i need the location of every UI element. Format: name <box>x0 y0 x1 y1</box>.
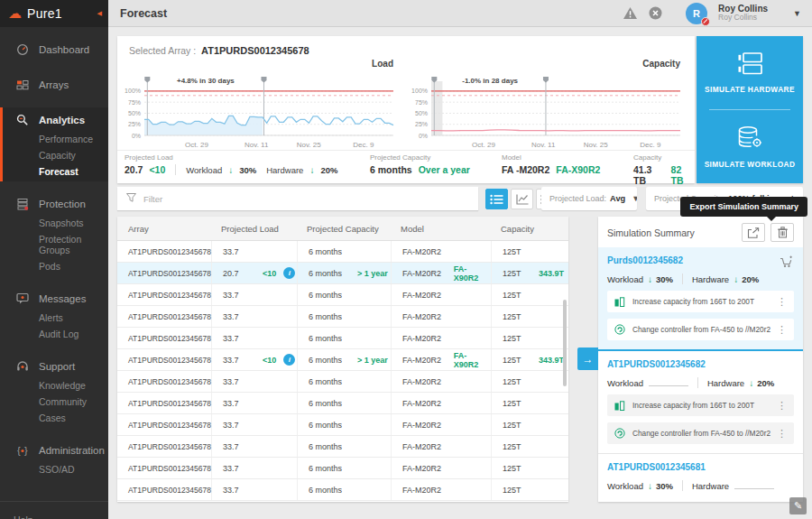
user-names: Roy Collins Roy Collins <box>718 4 768 23</box>
collapse-icon[interactable]: ◀ <box>97 10 102 17</box>
export-button[interactable] <box>742 223 765 242</box>
capacity-chart: Capacity 0%25%50%75%100%-1.0% in 28 days… <box>404 56 691 158</box>
column-header-capacity[interactable]: Capacity <box>490 217 568 240</box>
dismiss-icon[interactable] <box>649 6 662 20</box>
table-row[interactable]: AT1PURDS001234567833.76 monthsFA-M20R212… <box>117 436 568 458</box>
svg-text:100%: 100% <box>125 88 141 94</box>
model-current: FA -M20R2 <box>502 164 549 175</box>
export-icon <box>747 227 760 238</box>
table-row[interactable]: AT1PURDS001234567833.76 monthsFA-M20R212… <box>117 284 568 306</box>
sidebar-item-protection-groups[interactable]: Protection Groups <box>3 231 108 258</box>
summary-array-link[interactable]: AT1PURDS0012345681 <box>607 462 794 472</box>
cell-capacity: 125T <box>492 414 568 435</box>
column-header-projected-load[interactable]: Projected Load <box>210 217 296 240</box>
summary-title: Simulation Summary <box>607 227 736 238</box>
table-body: AT1PURDS001234567833.76 monthsFA-M20R212… <box>117 241 568 501</box>
sidebar-item-alerts[interactable]: Alerts <box>3 310 108 326</box>
column-header-projected-capacity[interactable]: Projected Capacity <box>296 217 390 240</box>
sidebar-item-community[interactable]: Community <box>3 394 108 410</box>
arrow-down-icon: ↓ <box>648 274 652 284</box>
column-header-array[interactable]: Array <box>117 217 210 240</box>
svg-text:+4.8% in 30 days: +4.8% in 30 days <box>177 77 235 85</box>
info-icon[interactable]: i <box>283 354 295 366</box>
sidebar-section-administration: {}AdministrationSSO/AD <box>0 438 108 479</box>
kebab-menu-icon[interactable]: ⋮ <box>777 324 787 336</box>
table-row[interactable]: AT1PURDS001234567833.76 monthsFA-M20R212… <box>117 458 568 479</box>
expand-summary-button[interactable]: → <box>577 348 598 370</box>
sidebar-item-dashboard[interactable]: Dashboard <box>3 39 108 60</box>
summary-array-link[interactable]: AT1PURDS0012345682 <box>607 359 794 369</box>
sidebar-item-performance[interactable]: Performance <box>3 131 108 147</box>
svg-text:Nov. 11: Nov. 11 <box>531 141 556 149</box>
chart-view-toggle[interactable] <box>511 189 533 209</box>
cell-array: AT1PURDS0012345678 <box>117 263 212 283</box>
stat-projected-capacity: Projected Capacity 6 months Over a year <box>370 153 470 175</box>
sidebar-item-help[interactable]: Help <box>0 501 108 519</box>
sidebar-item-capacity[interactable]: Capacity <box>3 147 108 163</box>
table-row[interactable]: AT1PURDS001234567833.76 monthsFA-M20R212… <box>117 241 568 263</box>
cell-projected-capacity: 6 months <box>298 306 392 327</box>
simulation-action[interactable]: Change controller from FA-450 to //M20r2… <box>607 422 794 444</box>
table-row[interactable]: AT1PURDS001234567833.76 monthsFA-M20R212… <box>117 414 568 436</box>
table-row[interactable]: AT1PURDS001234567833.7<10i6 months> 1 ye… <box>117 349 568 371</box>
cell-projected-capacity: 6 months <box>298 328 392 348</box>
page-title: Forecast <box>120 7 167 20</box>
sidebar-item-protection[interactable]: Protection <box>3 193 108 215</box>
table-scrollbar[interactable] <box>563 300 567 386</box>
sidebar-nav: DashboardArraysAnalyticsPerformanceCapac… <box>0 37 108 479</box>
simulation-action[interactable]: Increase capacity from 166T to 200T⋮ <box>607 291 794 312</box>
pencil-grip-icon[interactable]: ✎ <box>789 497 807 514</box>
sidebar-item-snapshots[interactable]: Snapshots <box>3 215 108 231</box>
cell-projected-capacity: 6 months <box>298 479 392 500</box>
summary-card: Purds0012345682Workload↓30%Hardware↓20%I… <box>598 247 803 351</box>
sidebar-item-audit-log[interactable]: Audit Log <box>3 326 108 342</box>
svg-text:{: { <box>17 445 21 456</box>
column-header-model[interactable]: Model <box>390 217 490 240</box>
cell-model: FA-M20R2 <box>392 393 492 413</box>
stat-capacity: Capacity 41.3 TB 82 TB <box>633 153 695 186</box>
table-row[interactable]: AT1PURDS001234567833.76 monthsFA-M20R212… <box>117 479 568 501</box>
capacity-chart-svg[interactable]: 0%25%50%75%100%-1.0% in 28 daysOct. 29No… <box>404 70 691 154</box>
delete-button[interactable] <box>770 223 794 242</box>
sidebar-item-arrays[interactable]: Arrays <box>3 74 108 96</box>
sidebar-item-pods[interactable]: Pods <box>3 258 108 274</box>
filter-input[interactable] <box>143 194 478 204</box>
sidebar-item-sso-ad[interactable]: SSO/AD <box>3 461 108 477</box>
cell-projected-capacity: 6 months <box>298 393 392 413</box>
kebab-menu-icon[interactable]: ⋮ <box>777 296 787 308</box>
avatar[interactable]: R <box>686 3 707 24</box>
chevron-down-icon[interactable]: ▼ <box>793 9 801 18</box>
cell-capacity: 125T <box>492 458 568 478</box>
cart-icon[interactable] <box>780 255 794 272</box>
stat-model: Model FA -M20R2 FA-X90R2 <box>502 153 600 175</box>
sidebar-item-forecast[interactable]: Forecast <box>3 163 108 180</box>
capacity-simulated: 82 TB <box>671 164 695 186</box>
sidebar-item-analytics[interactable]: Analytics <box>3 109 108 131</box>
simulate-workload-button[interactable]: SIMULATE WORKLOAD <box>697 110 803 183</box>
kebab-menu-icon[interactable]: ⋮ <box>777 428 787 440</box>
kebab-menu-icon[interactable]: ⋮ <box>777 400 787 412</box>
summary-array-link[interactable]: Purds0012345682 <box>607 255 794 265</box>
table-row[interactable]: AT1PURDS001234567833.76 monthsFA-M20R212… <box>117 393 568 414</box>
table-row[interactable]: AT1PURDS001234567833.76 monthsFA-M20R212… <box>117 306 568 328</box>
sidebar-item-support[interactable]: Support <box>3 356 108 377</box>
sidebar-item-administration[interactable]: {}Administration <box>3 440 108 461</box>
sidebar-item-messages[interactable]: Messages <box>3 288 108 310</box>
list-view-toggle[interactable] <box>485 189 508 209</box>
svg-text:Nov. 11: Nov. 11 <box>245 141 269 149</box>
simulation-action[interactable]: Increase capacity from 166T to 200T⋮ <box>607 394 794 416</box>
load-chart-svg[interactable]: 0%25%50%75%100%+4.8% in 30 daysOct. 29No… <box>117 70 404 154</box>
cell-capacity: 125T <box>492 284 568 305</box>
simulate-hardware-button[interactable]: SIMULATE HARDWARE <box>697 36 803 109</box>
sidebar-item-knowledge[interactable]: Knowledge <box>3 377 108 394</box>
table-row[interactable]: AT1PURDS001234567833.76 monthsFA-M20R212… <box>117 328 568 349</box>
warning-icon[interactable] <box>623 6 638 20</box>
info-icon[interactable]: i <box>283 267 295 279</box>
simulation-action[interactable]: Change controller from FA-450 to //M20r2… <box>607 319 794 340</box>
table-row[interactable]: AT1PURDS001234567820.7<10i6 months> 1 ye… <box>117 263 568 284</box>
table-row[interactable]: AT1PURDS001234567833.76 monthsFA-M20R212… <box>117 371 568 393</box>
projected-load-dropdown[interactable]: Projected Load: Avg ▼ <box>541 187 637 210</box>
cloud-logo-icon: ☁ <box>8 5 22 22</box>
sidebar-item-cases[interactable]: Cases <box>3 410 108 426</box>
cell-capacity: 125T <box>492 479 568 500</box>
